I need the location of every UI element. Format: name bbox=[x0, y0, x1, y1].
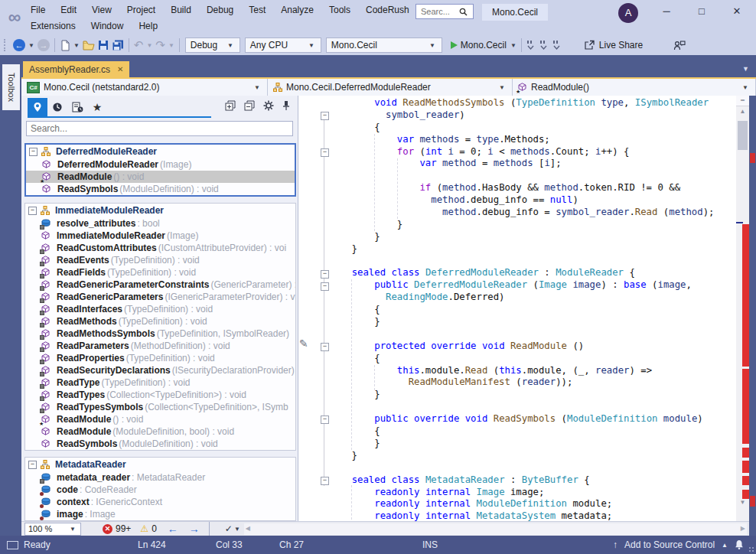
member-row[interactable]: ReadInterfaces(TypeDefinition) : void bbox=[25, 303, 295, 315]
member-row[interactable]: context : IGenericContext bbox=[25, 496, 295, 508]
member-row[interactable]: ReadSymbols(ModuleDefinition) : void bbox=[26, 183, 295, 195]
code-cleanup-icon[interactable]: ✓ bbox=[225, 523, 233, 534]
open-file-icon[interactable] bbox=[81, 37, 96, 54]
run-target-label[interactable]: Mono.Cecil bbox=[461, 40, 507, 51]
member-row[interactable]: image : Image bbox=[25, 508, 295, 520]
member-row[interactable]: ReadParameters(MethodDefinition) : void bbox=[25, 340, 295, 352]
tab-current-location[interactable] bbox=[28, 98, 47, 116]
menu-analyze[interactable]: Analyze bbox=[273, 2, 321, 18]
member-row[interactable]: ★ReadModule() : void bbox=[26, 171, 295, 183]
redo-icon[interactable]: ↷ bbox=[154, 37, 167, 54]
editor-zoom-dropdown[interactable]: 100 %▼ bbox=[24, 523, 81, 536]
maximize-button[interactable]: □ bbox=[684, 0, 719, 23]
collapse-all-icon[interactable] bbox=[244, 100, 255, 111]
member-row[interactable]: ReadCustomAttributes(ICustomAttributePro… bbox=[25, 242, 295, 254]
member-row[interactable]: ReadTypesSymbols(Collection<TypeDefiniti… bbox=[25, 401, 295, 413]
menu-extensions[interactable]: Extensions bbox=[23, 18, 83, 34]
member-dropdown[interactable]: ★ ReadModule()▼ bbox=[513, 79, 756, 96]
fold-collapse-icon[interactable]: − bbox=[321, 148, 329, 157]
member-row[interactable]: ReadSecurityDeclarations(ISecurityDeclar… bbox=[25, 364, 295, 376]
gear-icon[interactable] bbox=[263, 100, 274, 111]
next-issue-icon[interactable]: → bbox=[189, 523, 200, 535]
start-debugging-icon[interactable] bbox=[451, 41, 458, 49]
pin-icon[interactable] bbox=[282, 100, 290, 111]
redo-dropdown[interactable]: ▼ bbox=[168, 42, 174, 49]
add-to-source-control-button[interactable]: Add to Source Control bbox=[624, 539, 715, 550]
member-row[interactable]: code : CodeReader bbox=[25, 484, 295, 496]
error-count[interactable]: 99+ bbox=[116, 523, 131, 534]
collapse-expander-icon[interactable]: − bbox=[29, 148, 37, 156]
scroll-down-icon[interactable]: ▼ bbox=[736, 499, 749, 506]
navigate-back-dropdown[interactable]: ▼ bbox=[28, 42, 34, 49]
editor-splitter-handle[interactable]: ═ bbox=[736, 96, 749, 106]
error-icon[interactable]: ✕ bbox=[103, 524, 112, 534]
run-target-dropdown[interactable]: ▼ bbox=[510, 42, 516, 49]
scrollbar-thumb[interactable] bbox=[738, 121, 748, 150]
debug-toolbar-icon-3[interactable] bbox=[551, 37, 564, 54]
type-dropdown[interactable]: Mono.Cecil.DeferredModuleReader▼ bbox=[268, 79, 513, 96]
fold-collapse-icon[interactable]: − bbox=[321, 343, 329, 351]
member-row[interactable]: ReadGenericParameters(IGenericParameterP… bbox=[25, 291, 295, 303]
group-header[interactable]: −MetadataReader bbox=[25, 458, 295, 471]
live-share-button[interactable]: Live Share bbox=[584, 40, 643, 51]
code-editor[interactable]: ✎ void ReadMethodsSymbols (TypeDefinitio… bbox=[298, 96, 736, 521]
scroll-up-icon[interactable]: ▲ bbox=[736, 108, 749, 115]
fold-collapse-icon[interactable]: − bbox=[321, 282, 329, 291]
toolbar-drag-handle[interactable] bbox=[4, 39, 8, 51]
member-row[interactable]: ReadModule(ModuleDefinition, bool) : voi… bbox=[25, 425, 295, 438]
source-control-dropdown[interactable]: ▲ bbox=[722, 542, 728, 549]
expand-all-icon[interactable] bbox=[225, 100, 236, 111]
vertical-scrollbar[interactable]: ═ ▲ ▼ bbox=[736, 96, 749, 521]
new-file-dropdown[interactable]: ▼ bbox=[73, 42, 80, 49]
toolbox-tab[interactable]: Toolbox bbox=[2, 64, 20, 110]
menu-coderush[interactable]: CodeRush bbox=[358, 2, 417, 18]
tab-close-icon[interactable]: ✕ bbox=[117, 65, 123, 73]
members-search-box[interactable] bbox=[26, 121, 293, 136]
navigate-back-button[interactable]: ← bbox=[11, 37, 27, 54]
solution-configuration-dropdown[interactable]: Debug▼ bbox=[185, 37, 240, 53]
menu-view[interactable]: View bbox=[84, 2, 119, 18]
tab-favorites[interactable]: ★ bbox=[87, 98, 107, 116]
close-button[interactable]: ✕ bbox=[719, 0, 754, 23]
members-search-input[interactable] bbox=[27, 122, 292, 135]
menu-help[interactable]: Help bbox=[131, 18, 165, 34]
code-area[interactable]: void ReadMethodsSymbols (TypeDefinition … bbox=[329, 97, 714, 521]
minimize-button[interactable]: ─ bbox=[649, 0, 684, 23]
undo-dropdown[interactable]: ▼ bbox=[146, 42, 152, 49]
tab-recent[interactable] bbox=[47, 98, 67, 116]
menu-file[interactable]: File bbox=[23, 2, 53, 18]
navigate-forward-button[interactable]: → bbox=[36, 37, 51, 54]
menu-project[interactable]: Project bbox=[119, 2, 163, 18]
member-row[interactable]: ReadGenericParameterConstraints(GenericP… bbox=[25, 279, 295, 291]
group-header[interactable]: −DeferredModuleReader bbox=[26, 145, 295, 158]
scroll-right-icon[interactable]: ▶ bbox=[741, 525, 745, 532]
fold-collapse-icon[interactable]: − bbox=[321, 270, 329, 279]
member-row[interactable]: ReadMethodsSymbols(TypeDefinition, ISymb… bbox=[25, 328, 295, 340]
member-row[interactable]: DeferredModuleReader(Image) bbox=[26, 158, 295, 171]
solution-platform-dropdown[interactable]: Any CPU▼ bbox=[245, 37, 321, 53]
member-row[interactable]: ImmediateModuleReader(Image) bbox=[25, 230, 295, 242]
menu-tools[interactable]: Tools bbox=[321, 2, 358, 18]
member-row[interactable]: resolve_attributes : bool bbox=[25, 217, 295, 230]
member-row[interactable]: metadata_reader : MetadataReader bbox=[25, 471, 295, 484]
save-all-icon[interactable] bbox=[110, 37, 125, 54]
new-file-icon[interactable] bbox=[58, 37, 72, 54]
project-dropdown[interactable]: C# Mono.Cecil (netstandard2.0)▼ bbox=[21, 79, 268, 96]
quick-search-box[interactable] bbox=[415, 4, 474, 19]
member-row[interactable]: ReadMethods(TypeDefinition) : void bbox=[25, 315, 295, 328]
collapse-expander-icon[interactable]: − bbox=[28, 461, 37, 469]
fold-collapse-icon[interactable]: − bbox=[321, 477, 329, 485]
group-header[interactable]: −ImmediateModuleReader bbox=[25, 204, 295, 217]
resize-grip[interactable] bbox=[748, 546, 754, 552]
member-row[interactable]: ReadType(TypeDefinition) : void bbox=[25, 376, 295, 389]
member-row[interactable]: ReadFields(TypeDefinition) : void bbox=[25, 266, 295, 279]
background-tasks-icon[interactable] bbox=[7, 541, 18, 549]
debug-toolbar-icon-2[interactable] bbox=[538, 37, 551, 54]
notification-bell-icon[interactable] bbox=[735, 539, 744, 550]
member-row[interactable]: ReadProperties(TypeDefinition) : void bbox=[25, 352, 295, 364]
menu-window[interactable]: Window bbox=[83, 18, 132, 34]
warning-icon[interactable]: ⚠ bbox=[140, 524, 148, 534]
save-icon[interactable] bbox=[96, 37, 110, 54]
fold-collapse-icon[interactable]: − bbox=[321, 416, 329, 424]
warning-count[interactable]: 0 bbox=[152, 523, 157, 534]
